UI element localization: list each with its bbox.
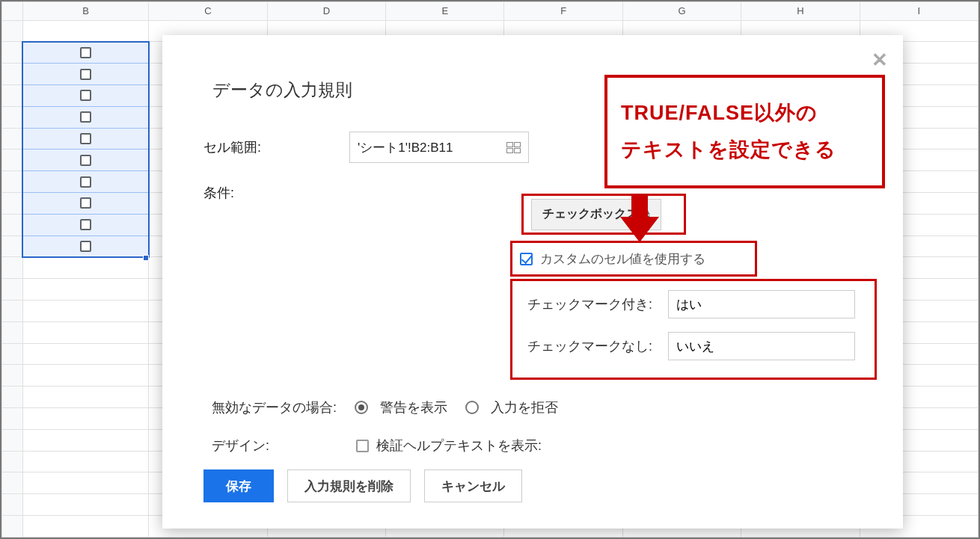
checked-label: チェックマーク付き: — [527, 295, 668, 313]
cell-b[interactable] — [22, 106, 148, 128]
show-help-text-checkbox[interactable] — [356, 440, 369, 452]
cell-b[interactable] — [22, 214, 148, 235]
custom-value-fields-highlight: チェックマーク付き: チェックマークなし: — [510, 279, 877, 380]
range-picker-icon[interactable] — [506, 142, 521, 153]
annotation-line2: テキストを設定できる — [621, 132, 875, 168]
annotation-line1: TRUE/FALSE以外の — [621, 95, 875, 132]
unchecked-label: チェックマークなし: — [527, 337, 668, 355]
cell-b[interactable] — [22, 64, 148, 85]
reject-input-label: 入力を拒否 — [491, 398, 558, 416]
annotation-arrow-icon — [622, 196, 657, 242]
custom-value-highlight: カスタムのセル値を使用する — [510, 241, 757, 277]
close-button[interactable]: ✕ — [872, 49, 888, 72]
checkbox-icon[interactable] — [80, 47, 91, 58]
annotation-callout: TRUE/FALSE以外の テキストを設定できる — [604, 75, 885, 188]
checkbox-icon[interactable] — [80, 219, 91, 230]
custom-value-checkbox[interactable] — [520, 253, 533, 265]
cell-b[interactable] — [22, 128, 148, 150]
checkbox-icon[interactable] — [80, 197, 91, 209]
cell-b[interactable] — [22, 85, 148, 107]
show-warning-radio[interactable] — [355, 401, 368, 414]
cell-b[interactable] — [22, 150, 148, 171]
checkbox-icon[interactable] — [80, 176, 91, 188]
checkbox-icon[interactable] — [80, 241, 91, 252]
cell-range-input[interactable]: 'シート1'!B2:B11 — [349, 132, 529, 163]
invalid-data-label: 無効なデータの場合: — [212, 398, 337, 416]
column-header[interactable]: E — [386, 2, 504, 21]
show-warning-label: 警告を表示 — [380, 398, 447, 416]
column-header[interactable]: H — [741, 2, 860, 21]
column-header[interactable]: G — [622, 2, 741, 21]
cell-b[interactable] — [22, 193, 148, 215]
column-header[interactable]: C — [149, 2, 267, 21]
column-header-row[interactable]: B C D E F G H I — [2, 2, 979, 21]
column-header[interactable]: I — [860, 2, 978, 21]
column-header[interactable]: F — [504, 2, 622, 21]
checkbox-icon[interactable] — [80, 69, 91, 80]
checkbox-icon[interactable] — [80, 90, 91, 101]
cell-b11[interactable] — [22, 235, 148, 257]
cell-b[interactable] — [22, 171, 148, 193]
column-header[interactable]: D — [267, 2, 385, 21]
save-button[interactable]: 保存 — [203, 469, 274, 502]
checked-value-input[interactable] — [668, 290, 855, 318]
delete-rule-button[interactable]: 入力規則を削除 — [287, 469, 411, 502]
show-help-text-label: 検証ヘルプテキストを表示: — [376, 437, 542, 455]
cell-b2[interactable] — [22, 42, 148, 64]
reject-input-radio[interactable] — [465, 401, 479, 414]
checkbox-icon[interactable] — [80, 111, 91, 123]
row-header[interactable] — [2, 20, 23, 42]
checkbox-icon[interactable] — [80, 155, 91, 166]
cell-range-label: セル範囲: — [203, 138, 349, 156]
custom-value-label: カスタムのセル値を使用する — [540, 250, 705, 268]
selection-handle[interactable] — [143, 255, 149, 261]
cell-range-value: 'シート1'!B2:B11 — [358, 139, 453, 156]
unchecked-value-input[interactable] — [668, 332, 855, 360]
column-header[interactable]: B — [22, 2, 148, 21]
checkbox-icon[interactable] — [80, 133, 91, 144]
design-label: デザイン: — [212, 437, 269, 455]
condition-highlight: チェックボックス ▲▼ — [521, 194, 686, 235]
condition-label: 条件: — [203, 184, 349, 202]
cancel-button[interactable]: キャンセル — [424, 469, 522, 502]
